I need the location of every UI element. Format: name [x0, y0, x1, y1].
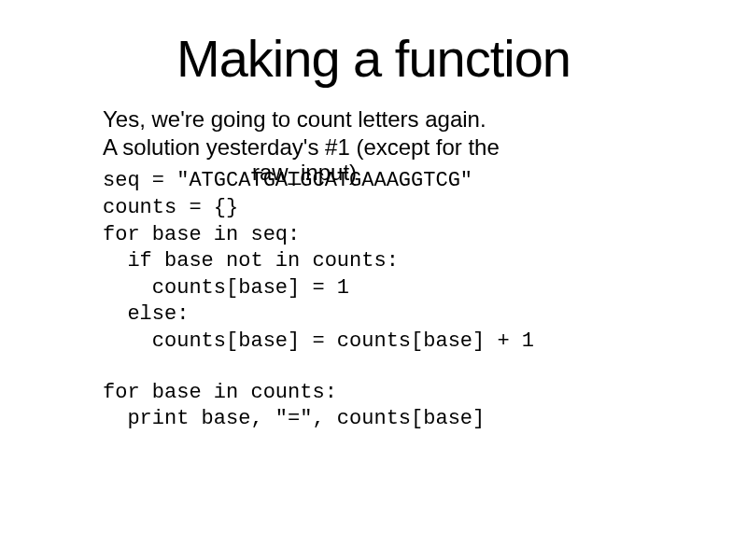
- intro-text: Yes, we're going to count letters again.…: [103, 105, 663, 161]
- slide-title: Making a function: [65, 28, 682, 89]
- intro-line-1: Yes, we're going to count letters again.: [103, 105, 663, 133]
- code-block-2: for base in counts: print base, "=", cou…: [103, 380, 682, 433]
- intro-line-2: A solution yesterday's #1 (except for th…: [103, 133, 663, 161]
- slide-container: Making a function Yes, we're going to co…: [0, 0, 747, 452]
- code-line-1: seq = "ATGCATGATGCATGAAAGGTCG": [103, 169, 472, 192]
- code-block-1: counts = {} for base in seq: if base not…: [103, 195, 682, 356]
- overlap-region: raw_input) seq = "ATGCATGATGCATGAAAGGTCG…: [103, 163, 682, 195]
